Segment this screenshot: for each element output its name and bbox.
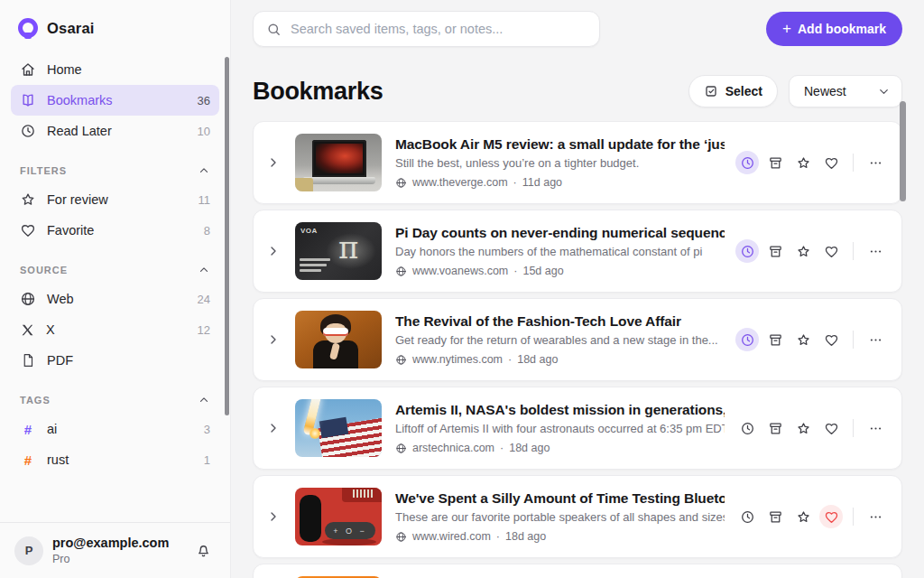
archive-icon[interactable] bbox=[763, 416, 787, 440]
sort-value: Newest bbox=[804, 84, 846, 98]
list-scrollbar[interactable] bbox=[900, 101, 906, 201]
sidebar-item-home[interactable]: Home bbox=[11, 54, 219, 85]
sidebar-item-read-later[interactable]: Read Later 10 bbox=[11, 116, 219, 146]
heart-icon[interactable] bbox=[819, 239, 843, 263]
archive-icon[interactable] bbox=[763, 239, 787, 263]
meta-separator: · bbox=[513, 176, 517, 189]
expand-chevron-right-icon[interactable] bbox=[266, 244, 281, 258]
bookmark-title[interactable]: The Revival of the Fashion-Tech Love Aff… bbox=[395, 313, 725, 330]
sidebar-section-tags[interactable]: TAGS bbox=[11, 392, 219, 408]
sidebar-item-count: 12 bbox=[198, 323, 210, 337]
bookmark-domain: www.nytimes.com bbox=[412, 353, 503, 366]
globe-icon bbox=[20, 291, 36, 307]
home-icon bbox=[20, 61, 36, 78]
search-box[interactable] bbox=[253, 11, 600, 47]
heart-icon bbox=[20, 222, 36, 238]
hash-icon: # bbox=[20, 452, 36, 468]
archive-icon[interactable] bbox=[763, 505, 787, 528]
read-later-clock-icon[interactable] bbox=[735, 505, 759, 528]
sidebar-scrollbar[interactable] bbox=[225, 57, 229, 415]
expand-chevron-right-icon[interactable] bbox=[266, 421, 281, 435]
sidebar-item-count: 3 bbox=[204, 423, 210, 436]
heart-icon[interactable] bbox=[819, 416, 843, 440]
user-footer[interactable]: P pro@example.com Pro bbox=[0, 522, 230, 578]
expand-chevron-right-icon[interactable] bbox=[266, 509, 281, 524]
bookmark-age: 18d ago bbox=[509, 442, 550, 454]
chevron-down-icon bbox=[877, 85, 891, 98]
bookmark-thumbnail[interactable] bbox=[295, 134, 382, 191]
bookmark-card bbox=[253, 564, 902, 578]
avatar: P bbox=[14, 536, 43, 565]
select-label: Select bbox=[725, 84, 762, 98]
bookmark-title[interactable]: MacBook Air M5 review: a small update fo… bbox=[395, 136, 725, 153]
read-later-clock-icon[interactable] bbox=[735, 328, 759, 351]
bookmark-title[interactable]: Pi Day counts on never-ending numerical … bbox=[395, 225, 725, 241]
sort-dropdown[interactable]: Newest bbox=[789, 75, 902, 107]
archive-icon[interactable] bbox=[763, 151, 787, 174]
bookmark-thumbnail[interactable] bbox=[295, 311, 382, 368]
star-icon[interactable] bbox=[791, 239, 815, 263]
bookmark-title[interactable]: Artemis II, NASA's boldest mission in ge… bbox=[395, 402, 725, 418]
sidebar-item-web[interactable]: Web 24 bbox=[11, 284, 219, 314]
bookmark-meta: www.voanews.com · 15d ago bbox=[395, 265, 725, 277]
bookmark-description: Still the best, unless you’re on a tight… bbox=[395, 156, 725, 170]
bookmark-thumbnail[interactable] bbox=[295, 399, 382, 457]
sidebar-section-title: SOURCE bbox=[20, 265, 68, 275]
actions-divider bbox=[853, 242, 854, 260]
card-actions bbox=[735, 328, 887, 351]
actions-divider bbox=[853, 331, 854, 349]
star-icon[interactable] bbox=[791, 505, 815, 528]
star-icon[interactable] bbox=[791, 151, 815, 174]
bookmark-domain: www.theverge.com bbox=[412, 176, 508, 189]
bookmark-age: 11d ago bbox=[522, 176, 562, 189]
bookmark-thumbnail[interactable]: + O − bbox=[295, 488, 382, 545]
meta-separator: · bbox=[513, 265, 517, 277]
archive-icon[interactable] bbox=[763, 328, 787, 351]
sidebar-item-bookmarks[interactable]: Bookmarks 36 bbox=[11, 85, 219, 116]
more-options-icon[interactable] bbox=[864, 416, 887, 440]
read-later-clock-icon[interactable] bbox=[735, 239, 759, 263]
expand-chevron-right-icon[interactable] bbox=[266, 332, 281, 347]
sidebar-section-title: FILTERS bbox=[20, 165, 67, 176]
read-later-clock-icon[interactable] bbox=[735, 151, 759, 174]
select-button[interactable]: Select bbox=[688, 75, 778, 107]
heart-icon[interactable] bbox=[819, 151, 843, 174]
search-input[interactable] bbox=[291, 22, 587, 36]
more-options-icon[interactable] bbox=[864, 151, 887, 174]
card-actions bbox=[735, 416, 887, 440]
sidebar-item-count: 10 bbox=[198, 125, 210, 138]
expand-chevron-right-icon[interactable] bbox=[266, 155, 281, 170]
meta-separator: · bbox=[508, 353, 512, 366]
plus-icon: + bbox=[782, 21, 791, 36]
sidebar-section-title: TAGS bbox=[20, 395, 51, 406]
sidebar-section-source[interactable]: SOURCE bbox=[11, 262, 219, 278]
read-later-clock-icon[interactable] bbox=[735, 416, 759, 440]
add-bookmark-button[interactable]: + Add bookmark bbox=[766, 12, 902, 46]
meta-separator: · bbox=[496, 530, 500, 543]
user-email: pro@example.com bbox=[52, 536, 169, 551]
notifications-bell-icon[interactable] bbox=[195, 542, 212, 559]
star-icon[interactable] bbox=[791, 416, 815, 440]
sidebar-item-rust[interactable]: # rust 1 bbox=[11, 444, 219, 475]
bookmark-domain: www.wired.com bbox=[412, 530, 491, 543]
bookmark-thumbnail[interactable]: πVOA bbox=[295, 222, 382, 280]
sidebar-item-label: Web bbox=[47, 292, 74, 306]
sidebar-item-favorite[interactable]: Favorite 8 bbox=[11, 215, 219, 246]
bookmark-title[interactable]: We've Spent a Silly Amount of Time Testi… bbox=[395, 490, 725, 507]
sidebar-item-count: 11 bbox=[199, 193, 211, 207]
more-options-icon[interactable] bbox=[864, 239, 887, 263]
more-options-icon[interactable] bbox=[864, 328, 887, 351]
sidebar-item-count: 8 bbox=[204, 224, 210, 238]
heart-icon[interactable] bbox=[819, 505, 843, 528]
sidebar-item-ai[interactable]: # ai 3 bbox=[11, 414, 219, 444]
sidebar-item-pdf[interactable]: PDF bbox=[11, 345, 219, 376]
more-options-icon[interactable] bbox=[864, 505, 887, 528]
sidebar-section-filters[interactable]: FILTERS bbox=[11, 163, 219, 179]
globe-icon bbox=[395, 266, 407, 277]
sidebar-item-label: For review bbox=[47, 192, 108, 207]
sidebar-item-for-review[interactable]: For review 11 bbox=[11, 184, 219, 215]
sidebar-item-x[interactable]: X 12 bbox=[11, 314, 219, 345]
heart-icon[interactable] bbox=[819, 328, 843, 351]
sidebar-nav: Home Bookmarks 36 Read Later 10 FILTERS … bbox=[0, 47, 230, 475]
star-icon[interactable] bbox=[791, 328, 815, 351]
